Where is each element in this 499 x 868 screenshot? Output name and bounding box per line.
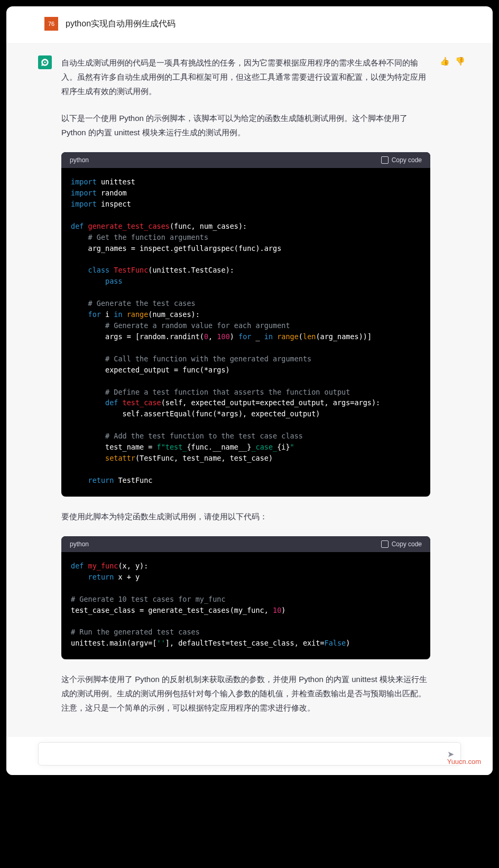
copy-code-button[interactable]: Copy code (381, 156, 422, 164)
message-content: 自动生成测试用例的代码是一项具有挑战性的任务，因为它需要根据应用程序的需求生成各… (6, 44, 493, 737)
clipboard-icon (381, 156, 389, 164)
code-content[interactable]: import unittest import random import ins… (61, 168, 430, 497)
message-input[interactable]: ➤ (38, 742, 461, 766)
code-content[interactable]: def my_func(x, y): return x + y # Genera… (61, 552, 430, 659)
app-window: 76 python实现自动用例生成代码 自动生成测试用例的代码是一项具有挑战性的… (6, 6, 493, 775)
header: 76 python实现自动用例生成代码 (6, 6, 493, 44)
response-paragraph: 自动生成测试用例的代码是一项具有挑战性的任务，因为它需要根据应用程序的需求生成各… (61, 55, 430, 98)
copy-code-button[interactable]: Copy code (381, 540, 422, 548)
response-paragraph: 以下是一个使用 Python 的示例脚本，该脚本可以为给定的函数生成随机测试用例… (61, 111, 430, 139)
clipboard-icon (381, 540, 389, 548)
conversation-badge: 76 (44, 17, 58, 31)
response-paragraph: 要使用此脚本为特定函数生成测试用例，请使用以下代码： (61, 509, 430, 524)
assistant-avatar (38, 55, 52, 69)
code-lang-label: python (70, 156, 89, 164)
code-block-1: python Copy code import unittest import … (61, 152, 430, 497)
code-block-2: python Copy code def my_func(x, y): retu… (61, 536, 430, 659)
code-lang-label: python (70, 540, 89, 548)
thumbs-down-icon[interactable]: 👎 (455, 57, 465, 727)
thumbs-up-icon[interactable]: 👍 (440, 57, 450, 727)
conversation-title: python实现自动用例生成代码 (66, 18, 175, 30)
response-paragraph: 这个示例脚本使用了 Python 的反射机制来获取函数的参数，并使用 Pytho… (61, 672, 430, 715)
watermark: Yuucn.com (447, 758, 481, 766)
input-area: ➤ Yuucn.com (6, 737, 493, 775)
